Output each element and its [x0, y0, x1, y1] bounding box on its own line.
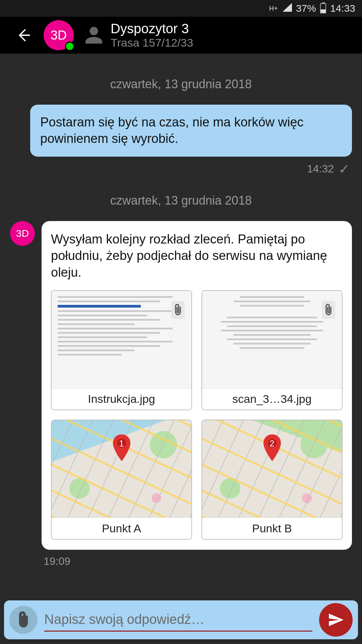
message-bubble-outgoing[interactable]: Postaram się być na czas, nie ma korków … — [30, 105, 352, 157]
attachment-doc[interactable]: scan_3…34.jpg — [201, 290, 343, 410]
attachment-caption: Punkt A — [52, 518, 191, 539]
message-time: 14:32 — [307, 163, 334, 175]
attachment-caption: Instrukcja.jpg — [52, 388, 191, 410]
attachment-doc[interactable]: Instrukcja.jpg — [51, 290, 192, 410]
message-meta-outgoing: 14:32 ✓ — [10, 161, 350, 177]
user-silhouette-icon — [84, 25, 104, 45]
send-icon — [327, 611, 344, 628]
message-row-outgoing: Postaram się być na czas, nie ma korków … — [10, 105, 352, 157]
message-time: 19:09 — [44, 555, 352, 568]
map-pin-icon: 2 — [263, 434, 282, 461]
attachment-caption: scan_3…34.jpg — [202, 388, 342, 410]
attachment-map[interactable]: 1 Punkt A — [51, 420, 192, 540]
message-row-incoming: 3D Wysyłam kolejny rozkład zleceń. Pamię… — [10, 221, 352, 550]
app-bar: 3D Dyspozytor 3 Trasa 157/12/33 — [0, 17, 362, 54]
contact-avatar[interactable]: 3D — [44, 20, 74, 50]
contact-subtitle: Trasa 157/12/33 — [111, 36, 193, 49]
send-button[interactable] — [319, 603, 353, 637]
attachment-thumbnail: 2 — [202, 420, 342, 518]
presence-online-icon — [65, 42, 74, 51]
sender-avatar[interactable]: 3D — [10, 221, 35, 246]
date-separator: czwartek, 13 grudnia 2018 — [10, 77, 352, 91]
signal-icon — [282, 3, 292, 14]
map-pin-number: 1 — [112, 438, 131, 449]
attachment-thumbnail: 1 — [52, 420, 191, 518]
paperclip-icon — [171, 301, 185, 319]
avatar-initials: 3D — [51, 28, 67, 43]
attachment-caption: Punkt B — [202, 518, 342, 539]
header-titles[interactable]: Dyspozytor 3 Trasa 157/12/33 — [111, 21, 193, 49]
status-bar: H+ 37% 14:33 — [0, 0, 362, 17]
attachment-thumbnail — [202, 291, 342, 388]
back-button[interactable] — [13, 25, 34, 45]
battery-percent: 37% — [296, 3, 316, 14]
attachment-grid: Instrukcja.jpg — [51, 290, 343, 540]
message-bubble-incoming[interactable]: Wysyłam kolejny rozkład zleceń. Pamiętaj… — [42, 221, 352, 550]
battery-icon — [320, 3, 326, 13]
paperclip-icon — [17, 611, 30, 628]
attachment-map[interactable]: 2 Punkt B — [201, 420, 343, 540]
message-text: Postaram się być na czas, nie ma korków … — [40, 115, 304, 146]
conversation-scroll[interactable]: czwartek, 13 grudnia 2018 Postaram się b… — [0, 54, 362, 597]
paperclip-icon — [322, 301, 335, 319]
compose-input[interactable]: Napisz swoją odpowiedź… — [44, 608, 312, 632]
delivered-check-icon: ✓ — [339, 161, 350, 177]
attach-button[interactable] — [9, 606, 38, 634]
clock: 14:33 — [330, 3, 355, 14]
attachment-thumbnail — [52, 291, 191, 388]
date-separator: czwartek, 13 grudnia 2018 — [10, 194, 352, 208]
composer: Napisz swoją odpowiedź… — [4, 600, 358, 639]
contact-name: Dyspozytor 3 — [111, 21, 193, 36]
message-text: Wysyłam kolejny rozkład zleceń. Pamiętaj… — [51, 231, 343, 281]
network-indicator: H+ — [269, 5, 278, 12]
map-pin-number: 2 — [263, 438, 282, 449]
avatar-initials: 3D — [16, 228, 29, 239]
map-pin-icon: 1 — [112, 434, 131, 461]
